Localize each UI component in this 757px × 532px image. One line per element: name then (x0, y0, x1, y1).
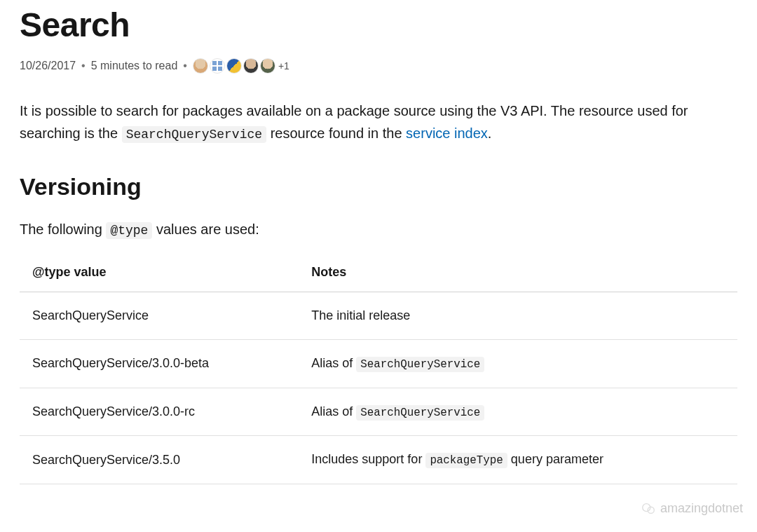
publish-date: 10/26/2017 (20, 57, 76, 74)
type-value-cell: SearchQueryService/3.0.0-beta (20, 339, 299, 388)
contributor-avatars: +1 (193, 58, 289, 74)
intro-text: . (488, 125, 492, 141)
inline-code: packageType (425, 453, 507, 468)
notes-cell: Alias of SearchQueryService (299, 339, 737, 388)
svg-rect-1 (218, 61, 222, 65)
article-meta: 10/26/2017 • 5 minutes to read • +1 (20, 57, 737, 74)
inline-code: SearchQueryService (356, 405, 484, 421)
page-title: Search (20, 0, 737, 50)
contributor-overflow-count[interactable]: +1 (278, 59, 289, 74)
notes-cell: Includes support for packageType query p… (299, 436, 737, 484)
type-value-cell: SearchQueryService (20, 292, 299, 339)
svg-rect-0 (212, 61, 217, 65)
service-index-link[interactable]: service index (406, 125, 488, 141)
notes-cell: The initial release (299, 292, 737, 339)
inline-code: SearchQueryService (356, 357, 484, 372)
svg-point-4 (643, 503, 650, 511)
inline-code: @type (106, 222, 152, 239)
watermark: amazingdotnet (641, 499, 743, 512)
contributor-avatar[interactable] (210, 58, 225, 74)
notes-cell: Alias of SearchQueryService (299, 388, 737, 436)
svg-rect-3 (218, 67, 222, 71)
versioning-heading: Versioning (20, 169, 737, 205)
intro-text: values are used: (152, 221, 259, 237)
inline-code: SearchQueryService (122, 126, 266, 143)
table-row: SearchQueryService/3.0.0-rcAlias of Sear… (20, 388, 737, 436)
contributor-avatar[interactable] (243, 58, 259, 74)
table-row: SearchQueryService/3.0.0-betaAlias of Se… (20, 339, 737, 388)
table-header-type: @type value (20, 253, 299, 292)
intro-text: The following (20, 221, 106, 237)
intro-text: resource found in the (266, 125, 406, 141)
wechat-icon (641, 501, 656, 513)
svg-rect-2 (212, 67, 217, 71)
contributor-avatar[interactable] (226, 58, 242, 74)
separator-dot: • (183, 57, 187, 74)
versioning-table: @type value Notes SearchQueryServiceThe … (20, 253, 737, 484)
svg-point-5 (648, 507, 654, 512)
intro-paragraph: It is possible to search for packages av… (20, 100, 737, 145)
table-row: SearchQueryServiceThe initial release (20, 292, 737, 339)
versioning-intro: The following @type values are used: (20, 219, 737, 240)
type-value-cell: SearchQueryService/3.0.0-rc (20, 388, 299, 436)
contributor-avatar[interactable] (260, 58, 275, 74)
watermark-text: amazingdotnet (660, 499, 743, 512)
contributor-avatar[interactable] (193, 58, 208, 74)
separator-dot: • (81, 57, 86, 74)
table-row: SearchQueryService/3.5.0Includes support… (20, 436, 737, 484)
type-value-cell: SearchQueryService/3.5.0 (20, 436, 299, 484)
read-time: 5 minutes to read (91, 57, 178, 74)
table-header-notes: Notes (299, 253, 737, 292)
